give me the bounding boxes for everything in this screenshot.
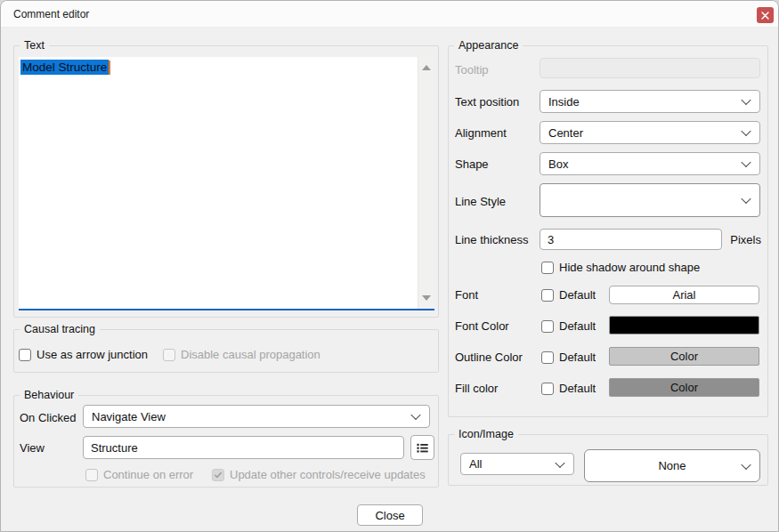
update-other-controls-row: Update other controls/receive updates	[212, 468, 426, 481]
font-color-default-checkbox[interactable]	[541, 320, 554, 333]
outline-color-default-checkbox[interactable]	[541, 351, 554, 364]
text-position-label: Text position	[455, 95, 519, 109]
on-clicked-value: Navigate View	[84, 410, 429, 423]
view-list-button[interactable]	[410, 435, 434, 460]
tooltip-input	[540, 58, 760, 78]
line-style-label: Line Style	[455, 195, 506, 208]
font-color-default-row: Default	[541, 319, 596, 333]
outline-color-label: Outline Color	[455, 351, 523, 364]
comment-text-editor[interactable]: Model Structure	[19, 57, 434, 310]
behaviour-group-label: Behaviour	[20, 389, 78, 401]
disable-causal-propagation-label: Disable causal propagation	[181, 348, 321, 361]
update-other-controls-checkbox	[212, 469, 224, 481]
scroll-up-arrow-icon[interactable]	[422, 65, 431, 70]
hide-shadow-checkbox[interactable]	[541, 262, 554, 274]
tooltip-label: Tooltip	[455, 63, 489, 77]
view-input[interactable]	[83, 436, 404, 459]
continue-on-error-label: Continue on error	[103, 468, 193, 481]
alignment-label: Alignment	[455, 126, 507, 140]
icon-image-group-label: Icon/Image	[454, 428, 518, 440]
use-as-arrow-junction-row: Use as arrow junction	[19, 348, 148, 361]
outline-color-button[interactable]: Color	[609, 347, 759, 366]
appearance-group-label: Appearance	[454, 39, 523, 52]
line-thickness-label: Line thickness	[455, 233, 528, 246]
line-style-select[interactable]	[540, 183, 760, 217]
fill-color-button-label: Color	[670, 381, 698, 394]
text-position-select[interactable]: Inside	[540, 90, 760, 113]
font-button[interactable]: Arial	[609, 286, 759, 304]
fill-color-button[interactable]: Color	[609, 378, 759, 397]
selected-text: Model Structure	[20, 60, 109, 75]
scroll-down-arrow-icon[interactable]	[422, 295, 431, 301]
hide-shadow-label: Hide shadow around shape	[559, 261, 700, 274]
font-label: Font	[455, 288, 478, 302]
window-close-button[interactable]	[757, 7, 774, 23]
icon-image-select[interactable]: None	[584, 449, 760, 482]
shape-value: Box	[540, 157, 759, 171]
comment-editor-dialog: Comment editor Text Model Structure Caus…	[0, 0, 779, 532]
on-clicked-select[interactable]: Navigate View	[83, 405, 430, 428]
text-position-value: Inside	[540, 95, 759, 109]
hide-shadow-row: Hide shadow around shape	[541, 261, 700, 274]
window-title: Comment editor	[13, 8, 89, 20]
line-thickness-input[interactable]	[540, 229, 722, 250]
text-group-label: Text	[20, 39, 49, 52]
close-button[interactable]: Close	[357, 504, 423, 526]
view-label: View	[20, 441, 45, 455]
pixels-label: Pixels	[724, 233, 761, 246]
fill-color-default-checkbox[interactable]	[541, 383, 554, 395]
update-other-controls-label: Update other controls/receive updates	[230, 468, 426, 481]
use-as-arrow-junction-checkbox[interactable]	[19, 349, 31, 361]
outline-color-button-label: Color	[670, 350, 698, 363]
editor-scrollbar[interactable]	[418, 57, 434, 309]
font-default-label: Default	[559, 288, 596, 302]
fill-color-label: Fill color	[455, 382, 498, 395]
font-default-checkbox[interactable]	[541, 289, 554, 302]
outline-color-default-row: Default	[541, 351, 596, 364]
icon-image-value: None	[585, 459, 759, 472]
chevron-down-icon	[741, 194, 751, 204]
on-clicked-label: On Clicked	[20, 411, 77, 424]
continue-on-error-checkbox	[85, 469, 98, 481]
disable-causal-propagation-row: Disable causal propagation	[163, 348, 321, 361]
text-caret	[109, 60, 110, 75]
close-icon	[761, 12, 769, 20]
shape-label: Shape	[455, 157, 489, 171]
list-icon	[416, 441, 429, 455]
use-as-arrow-junction-label: Use as arrow junction	[37, 348, 148, 361]
font-color-default-label: Default	[559, 319, 596, 333]
alignment-value: Center	[540, 126, 759, 140]
font-default-row: Default	[541, 288, 596, 302]
fill-color-default-label: Default	[559, 382, 596, 395]
title-bar[interactable]: Comment editor	[1, 1, 778, 28]
alignment-select[interactable]: Center	[540, 121, 760, 144]
shape-select[interactable]: Box	[540, 152, 760, 175]
font-button-label: Arial	[672, 288, 695, 302]
disable-causal-propagation-checkbox	[163, 349, 175, 361]
icon-filter-select[interactable]: All	[460, 453, 574, 475]
fill-color-default-row: Default	[541, 382, 596, 395]
continue-on-error-row: Continue on error	[85, 468, 193, 481]
font-color-label: Font Color	[455, 319, 509, 333]
causal-tracing-group-label: Causal tracing	[20, 323, 100, 335]
outline-color-default-label: Default	[559, 351, 596, 364]
close-button-label: Close	[375, 509, 404, 522]
check-icon	[214, 471, 223, 480]
font-color-swatch-button[interactable]	[609, 316, 759, 335]
